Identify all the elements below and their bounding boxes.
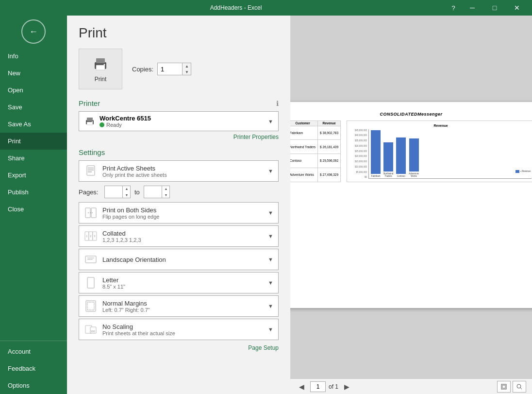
printer-select-icon — [84, 116, 96, 127]
margins-setting[interactable]: Normal Margins Left: 0.7" Right: 0.7" ▼ — [79, 295, 279, 317]
table-row: Adventure Works $ 27,498,329 — [290, 168, 341, 182]
both-sides-sub: Flip pages on long edge — [102, 214, 159, 220]
chart-title: Revenue — [350, 124, 532, 127]
paper-size-sub: 8.5" x 11" — [102, 284, 125, 290]
printer-name: WorkCentre 6515 — [100, 115, 151, 122]
print-button[interactable]: Print — [79, 49, 122, 89]
scaling-setting[interactable]: 100 No Scaling Print sheets at their act… — [79, 319, 279, 340]
svg-rect-2 — [96, 65, 105, 70]
copies-label: Copies: — [132, 66, 153, 73]
svg-point-7 — [92, 121, 93, 122]
paper-size-arrow: ▼ — [268, 280, 273, 286]
orientation-setting[interactable]: Landscape Orientation ▼ — [79, 249, 279, 270]
printer-section-header: Printer ℹ — [79, 99, 279, 107]
next-page-button[interactable]: ▶ — [341, 382, 352, 392]
table-row: Fabrikam $ 38,902,783 — [290, 126, 341, 140]
close-button[interactable]: ✕ — [506, 0, 528, 16]
window-title: AddHeaders - Excel — [26, 4, 446, 11]
printer-properties-link[interactable]: Printer Properties — [79, 133, 279, 140]
pages-to-dec[interactable]: ▼ — [162, 192, 170, 198]
margins-sub: Left: 0.7" Right: 0.7" — [102, 307, 150, 313]
pages-row: Pages: ▲ ▼ to ▲ ▼ — [79, 184, 279, 200]
page-setup-link[interactable]: Page Setup — [79, 344, 279, 351]
sidebar-item-publish[interactable]: Publish — [0, 184, 67, 201]
print-what-main: Print Active Sheets — [102, 165, 167, 172]
print-what-sub: Only print the active sheets — [102, 172, 167, 178]
orientation-icon — [84, 253, 98, 266]
orientation-arrow: ▼ — [268, 257, 273, 262]
maximize-button[interactable]: □ — [483, 0, 506, 16]
sidebar-item-save[interactable]: Save — [0, 99, 67, 116]
scaling-arrow: ▼ — [268, 326, 273, 332]
preview-nav: ◀ of 1 ▶ — [290, 378, 532, 394]
sidebar: ← Info New Open Save Save As Print Share… — [0, 16, 67, 394]
preview-table: Customer Revenue Fabrikam $ 38,902,783 — [290, 120, 341, 182]
page-number-input[interactable] — [310, 381, 326, 392]
zoom-button[interactable] — [513, 381, 526, 393]
sidebar-item-feedback[interactable]: Feedback — [0, 360, 67, 377]
sidebar-item-info[interactable]: Info — [0, 48, 67, 65]
pages-to-inc[interactable]: ▲ — [162, 186, 170, 192]
preview-content: CONSOLIDATEDMessenger Customer Revenue — [290, 112, 532, 298]
pages-from-spinner: ▲ ▼ — [122, 186, 131, 198]
back-button[interactable]: ← — [21, 19, 46, 44]
collated-setting[interactable]: 1 2 3 Collated 1,2,3 1,2,3 1,2,3 ▼ — [79, 225, 279, 247]
titlebar: AddHeaders - Excel ? ─ □ ✕ — [0, 0, 532, 16]
paper-size-main: Letter — [102, 276, 125, 284]
pages-to-wrap: ▲ ▼ — [144, 186, 170, 198]
copies-input[interactable] — [157, 63, 183, 75]
minimize-button[interactable]: ─ — [461, 0, 483, 16]
pages-from-wrap: ▲ ▼ — [104, 186, 131, 198]
margins-icon — [84, 299, 98, 313]
preview-paper: CONSOLIDATEDMessenger Customer Revenue — [290, 102, 532, 308]
paper-size-icon — [84, 276, 98, 290]
sidebar-item-export[interactable]: Export — [0, 167, 67, 184]
svg-rect-5 — [87, 118, 93, 121]
pages-to-spinner: ▲ ▼ — [162, 186, 170, 198]
margins-arrow: ▼ — [268, 303, 273, 309]
scaling-sub: Print sheets at their actual size — [102, 330, 175, 336]
sidebar-item-print[interactable]: Print — [0, 133, 67, 150]
main-layout: ← Info New Open Save Save As Print Share… — [0, 16, 532, 394]
content-area: Print Print Copies: — [67, 16, 532, 394]
paper-size-setting[interactable]: Letter 8.5" x 11" ▼ — [79, 272, 279, 293]
print-what-setting[interactable]: Print Active Sheets Only print the activ… — [79, 160, 279, 182]
svg-text:100: 100 — [90, 330, 95, 333]
sidebar-item-close[interactable]: Close — [0, 201, 67, 218]
settings-pane: Print Print Copies: — [67, 16, 290, 394]
sidebar-item-new[interactable]: New — [0, 65, 67, 82]
sidebar-item-share[interactable]: Share — [0, 150, 67, 167]
copies-increment[interactable]: ▲ — [183, 63, 191, 69]
preview-view-buttons — [497, 381, 526, 393]
info-icon[interactable]: ℹ — [276, 100, 279, 107]
prev-page-button[interactable]: ◀ — [296, 382, 307, 392]
svg-line-33 — [520, 388, 522, 389]
sidebar-item-save-as[interactable]: Save As — [0, 116, 67, 133]
fit-page-button[interactable] — [497, 381, 511, 393]
both-sides-setting[interactable]: Print on Both Sides Flip pages on long e… — [79, 202, 279, 223]
preview-header: CONSOLIDATEDMessenger — [290, 112, 532, 117]
print-sheets-icon — [84, 164, 98, 178]
sidebar-item-options[interactable]: Options — [0, 377, 67, 394]
svg-rect-10 — [88, 170, 94, 171]
orientation-main: Landscape Orientation — [102, 256, 166, 263]
sidebar-item-account[interactable]: Account — [0, 343, 67, 360]
pages-to-input[interactable] — [144, 188, 162, 197]
printer-select[interactable]: WorkCentre 6515 Ready ▼ — [79, 111, 279, 131]
help-button[interactable]: ? — [446, 0, 461, 16]
scaling-icon: 100 — [84, 323, 98, 336]
svg-text:2: 2 — [90, 235, 92, 238]
page-title: Print — [79, 25, 279, 41]
sidebar-item-open[interactable]: Open — [0, 82, 67, 99]
pages-from-input[interactable] — [105, 188, 122, 197]
pages-from-inc[interactable]: ▲ — [123, 186, 131, 192]
pages-from-dec[interactable]: ▼ — [123, 192, 131, 198]
collated-arrow: ▼ — [268, 233, 273, 239]
svg-text:3: 3 — [94, 235, 96, 238]
copies-decrement[interactable]: ▼ — [183, 69, 191, 75]
sidebar-bottom: Account Feedback Options — [0, 339, 67, 394]
svg-point-32 — [517, 384, 521, 388]
copies-area: Copies: ▲ ▼ — [132, 63, 191, 75]
svg-rect-8 — [87, 166, 95, 175]
both-sides-main: Print on Both Sides — [102, 206, 159, 214]
